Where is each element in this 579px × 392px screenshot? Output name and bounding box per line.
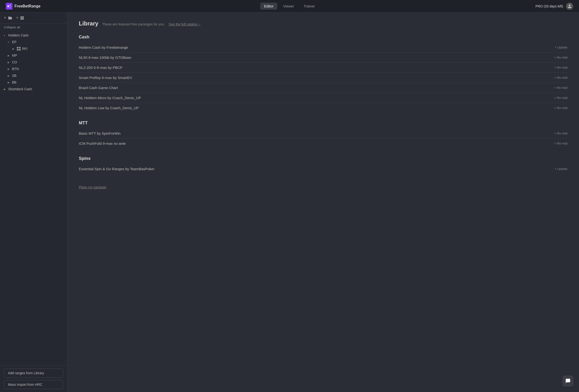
sidebar-tree: ▾ Holdem Cash ▾ EP ▶ RFI ▶ MP [0,31,67,365]
package-row: Brazil Cash Game Chart + Re-Add [79,83,568,93]
svg-rect-0 [7,5,9,7]
package-readd-action[interactable]: + Re-Add [554,132,568,135]
package-name: Holdem Cash by Freebetrange [79,45,128,50]
sidebar-item-btn[interactable]: ▶ BTN [0,65,67,72]
svg-rect-2 [9,6,11,8]
catalog-link[interactable]: See the full catalog→ [169,22,201,26]
package-row: Basic MTT by SpinForWin + Re-Add [79,128,568,139]
add-ranges-button[interactable]: Add ranges from Library [4,368,63,378]
sidebar-item-shortdeck-cash[interactable]: ▶ Shortdeck Cash [0,86,67,92]
nav-trainer[interactable]: Trainer [300,3,319,10]
add-grid-button[interactable]: + [16,15,24,20]
chevron-right-icon: ▶ [8,74,10,77]
ep-label: EP [12,40,17,44]
chevron-right-icon: ▶ [8,61,10,64]
collapse-all-button[interactable]: Collapse all [0,24,67,31]
plus-grid-icon: + [16,15,19,20]
package-name: NL Holdem Micro by Coach_Denis_UP [79,96,141,100]
package-row: NL50 6-max 100bb by GTOBase + Re-Add [79,53,568,63]
sidebar-toolbar: + + [0,12,67,24]
header-right: PRO (33 days left) [535,3,573,10]
avatar[interactable] [566,3,573,10]
library-title: Library [79,20,98,27]
mass-import-button[interactable]: Mass Import from HRC [4,380,63,389]
package-update-action[interactable]: + Update [555,46,568,49]
plus-folder-icon: + [4,15,6,20]
package-row: Holdem Cash by Freebetrange + Update [79,43,568,53]
svg-rect-1 [9,4,11,6]
content-area: Library These are featured free packages… [67,12,579,392]
sidebar-item-holdem-cash[interactable]: ▾ Holdem Cash [0,32,67,39]
package-name: Brazil Cash Game Chart [79,86,118,90]
chevron-right-icon: ▶ [12,48,15,50]
logo[interactable]: FreeBetRange [6,3,40,10]
chevron-right-icon: ▶ [8,81,10,84]
spins-section: Spins Essential Spin & Go Ranges by Team… [79,156,568,174]
chevron-right-icon: ▶ [4,88,7,91]
sidebar-item-ep[interactable]: ▾ EP [0,39,67,45]
add-folder-button[interactable]: + [4,15,12,20]
mtt-section-title: MTT [79,120,568,125]
package-update-action[interactable]: + Update [555,167,568,171]
bb-label: BB [12,80,17,84]
package-name: Basic MTT by SpinForWin [79,131,121,135]
co-label: CO [12,60,17,64]
package-readd-action[interactable]: + Re-Add [554,86,568,90]
package-name: NL2-200 6-9-max by PBCP [79,65,123,70]
main-nav: Editor Viewer Trainer [260,3,319,10]
package-row: Essential Spin & Go Ranges by TeamBasPok… [79,164,568,174]
main-layout: + + Collapse all ▾ Holdem Cash ▾ [0,12,579,392]
package-readd-action[interactable]: + Re-Add [554,142,568,145]
nav-editor[interactable]: Editor [260,3,277,10]
package-readd-action[interactable]: + Re-Add [554,56,568,59]
header: FreeBetRange Editor Viewer Trainer PRO (… [0,0,579,12]
place-package-link[interactable]: Place my package [79,185,106,189]
chevron-right-icon: ▶ [8,68,10,70]
spins-section-title: Spins [79,156,568,161]
sidebar-buttons: Add ranges from Library Mass Import from… [0,365,67,392]
library-subtitle: These are featured free packages for you… [102,22,165,26]
nav-viewer[interactable]: Viewer [279,3,298,10]
chevron-right-icon: ▶ [8,54,10,57]
package-row: NL Holdem Micro by Coach_Denis_UP + Re-A… [79,93,568,103]
logo-text: FreeBetRange [14,4,40,8]
sb-label: SB [12,74,17,78]
sidebar: + + Collapse all ▾ Holdem Cash ▾ [0,12,67,392]
package-name: Smart Preflop 6-max by SmartEV [79,76,132,80]
chevron-down-icon: ▾ [8,41,10,44]
package-row: NL Holdem Low by Coach_Denis_UP + Re-Add [79,103,568,113]
mtt-section: MTT Basic MTT by SpinForWin + Re-Add ICM… [79,120,568,148]
mp-label: MP [12,54,17,57]
sidebar-item-co[interactable]: ▶ CO [0,59,67,65]
library-header: Library These are featured free packages… [79,20,568,27]
package-row: Smart Preflop 6-max by SmartEV + Re-Add [79,73,568,83]
sidebar-item-rfi[interactable]: ▶ RFI [0,45,67,52]
pro-badge: PRO (33 days left) [535,4,563,8]
chat-button[interactable] [563,376,573,386]
package-name: NL50 6-max 100bb by GTOBase [79,56,131,59]
holdem-cash-label: Holdem Cash [8,33,29,37]
package-row: ICM PushFold 9-max no ante + Re-Add [79,139,568,148]
btn-label: BTN [12,67,19,71]
sidebar-item-bb[interactable]: ▶ BB [0,79,67,86]
rfi-label: RFI [22,47,28,51]
package-name: NL Holdem Low by Coach_Denis_UP [79,106,139,110]
logo-icon [6,3,12,10]
package-row: NL2-200 6-9-max by PBCP + Re-Add [79,63,568,73]
package-readd-action[interactable]: + Re-Add [554,66,568,69]
grid-icon [17,47,21,51]
sidebar-item-sb[interactable]: ▶ SB [0,72,67,79]
package-name: Essential Spin & Go Ranges by TeamBasPok… [79,167,154,171]
cash-section-title: Cash [79,35,568,40]
package-name: ICM PushFold 9-max no ante [79,141,126,145]
chevron-down-icon: ▾ [4,34,7,37]
package-readd-action[interactable]: + Re-Add [554,106,568,110]
package-readd-action[interactable]: + Re-Add [554,96,568,100]
package-readd-action[interactable]: + Re-Add [554,76,568,79]
sidebar-item-mp[interactable]: ▶ MP [0,52,67,59]
shortdeck-cash-label: Shortdeck Cash [8,87,32,91]
cash-section: Cash Holdem Cash by Freebetrange + Updat… [79,35,568,113]
